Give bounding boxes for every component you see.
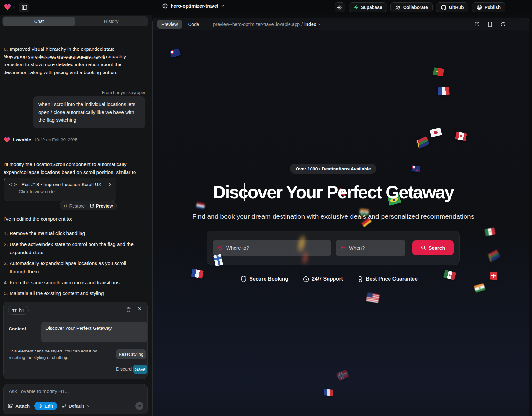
tab-history[interactable]: History xyxy=(75,17,147,26)
element-tag-badge[interactable]: TT h1 xyxy=(8,306,29,315)
feature-row: Secure Booking 24/7 Support Best Price G… xyxy=(241,276,418,282)
restore-label: Restore xyxy=(69,203,85,208)
map-pin-icon xyxy=(218,245,223,251)
project-switcher[interactable]: hero-optimizer-travel xyxy=(162,3,225,9)
list-item: 2.Use the activeIndex state to control b… xyxy=(0,240,144,257)
where-to-placeholder: Where to? xyxy=(226,245,249,251)
selected-title-outline[interactable]: Discover Your Perfect Getaway xyxy=(192,181,474,203)
preview-viewport: Over 1000+ Destinations Available Discov… xyxy=(153,30,529,416)
flag-fr-decoration xyxy=(438,87,450,96)
save-button[interactable]: Save xyxy=(133,365,147,374)
globe-icon xyxy=(477,5,482,10)
edit-version-card[interactable]: < > Edit #18 • Improve Location Scroll U… xyxy=(4,178,116,201)
chevron-down-icon xyxy=(221,4,225,8)
feature-support: 24/7 Support xyxy=(303,276,343,282)
editor-note: This element can't be styled. You can ed… xyxy=(9,348,111,361)
assistant-name: Lovable xyxy=(13,137,31,142)
when-input[interactable]: When? xyxy=(336,240,405,256)
refresh-icon[interactable] xyxy=(500,22,505,27)
user-message-bubble: when i scroll into the individual locati… xyxy=(33,96,145,128)
preview-panel: Preview Code preview--hero-optimizer-tra… xyxy=(152,18,529,416)
search-card: Where to? When? Search xyxy=(207,231,460,265)
heart-logo-icon xyxy=(4,4,11,10)
flag-jp-decoration xyxy=(430,128,442,138)
preview-version-label: Preview xyxy=(96,203,113,208)
close-editor-button[interactable]: × xyxy=(138,305,142,313)
list-item: 4.Keep the same smooth animations and tr… xyxy=(0,278,144,287)
target-icon xyxy=(38,404,42,408)
trash-icon xyxy=(126,307,131,312)
flag-au-decoration xyxy=(169,48,181,58)
element-editor-panel: TT h1 × Content Discover Your Perfect Ge… xyxy=(3,302,148,379)
preview-version-button[interactable]: Preview xyxy=(90,203,113,208)
message-menu-button[interactable]: ··· xyxy=(139,137,145,142)
shield-icon xyxy=(241,276,246,282)
feature-best-price: Best Price Guarantee xyxy=(358,276,418,282)
preview-toolbar: Preview Code preview--hero-optimizer-tra… xyxy=(153,18,529,30)
send-button[interactable] xyxy=(135,402,143,410)
restore-icon: ↺ xyxy=(64,203,67,208)
search-icon xyxy=(421,246,426,250)
flag-ca-decoration xyxy=(455,132,467,141)
arrow-up-icon xyxy=(138,404,142,408)
preview-url[interactable]: preview--hero-optimizer-travel.lovable.a… xyxy=(213,22,321,27)
chevron-down-icon xyxy=(318,23,321,26)
open-external-button[interactable] xyxy=(474,22,480,27)
clock-icon xyxy=(303,276,309,282)
content-field[interactable]: Discover Your Perfect Getaway xyxy=(41,322,147,342)
mobile-view-button[interactable] xyxy=(488,22,492,27)
edit-card-title: Edit #18 • Improve Location Scroll UX xyxy=(21,182,101,187)
list-item: 5.Maintain all the existing content and … xyxy=(0,289,144,298)
image-icon xyxy=(8,404,13,408)
delete-element-button[interactable] xyxy=(126,307,131,312)
flag-pt-decoration xyxy=(433,67,444,76)
sidebar-toggle-button[interactable] xyxy=(19,3,29,12)
url-host: preview--hero-optimizer-travel.lovable.a… xyxy=(213,22,300,27)
settings-button[interactable] xyxy=(335,2,345,12)
attach-label: Attach xyxy=(15,404,30,409)
search-button[interactable]: Search xyxy=(412,240,454,255)
collaborate-label: Collaborate xyxy=(403,5,428,10)
feature-label: 24/7 Support xyxy=(312,276,343,282)
flag-no-decoration xyxy=(336,370,349,381)
supabase-button[interactable]: Supabase xyxy=(349,2,387,12)
collaborate-button[interactable]: Collaborate xyxy=(390,2,433,12)
github-button[interactable]: GitHub xyxy=(436,2,469,12)
lovable-logo[interactable] xyxy=(4,4,16,10)
publish-button[interactable]: Publish xyxy=(472,2,505,12)
mode-selector[interactable]: Default xyxy=(62,404,90,409)
reset-styling-button[interactable]: Reset styling xyxy=(116,349,146,359)
flag-ch-decoration xyxy=(490,272,498,280)
where-to-input[interactable]: Where to? xyxy=(213,240,331,256)
code-icon: < > xyxy=(9,182,17,187)
assistant-paragraph: I've modified the component to: xyxy=(4,215,144,223)
flag-nz-decoration xyxy=(411,165,420,172)
steps-list: 1.Remove the manual click handling 2.Use… xyxy=(0,229,144,300)
flag-us-decoration xyxy=(366,292,380,303)
tab-preview[interactable]: Preview xyxy=(157,20,182,29)
award-icon xyxy=(358,276,363,282)
chat-input[interactable]: Ask Lovable to modify H1... xyxy=(9,389,140,394)
project-name: hero-optimizer-travel xyxy=(171,3,218,9)
attach-button[interactable]: Attach xyxy=(8,404,30,409)
restore-button[interactable]: ↺ Restore xyxy=(64,203,85,208)
gear-icon xyxy=(337,5,343,10)
content-field-label: Content xyxy=(9,326,26,331)
destinations-badge: Over 1000+ Destinations Available xyxy=(290,164,376,174)
edit-mode-button[interactable]: Edit xyxy=(34,402,57,410)
mode-label: Default xyxy=(69,404,84,409)
hero-title: Discover Your Perfect Getaway xyxy=(192,181,474,203)
sliders-icon xyxy=(62,404,66,408)
supabase-icon xyxy=(354,5,359,10)
flag-za-decoration xyxy=(415,136,430,149)
chevron-down-icon xyxy=(12,5,16,9)
chat-history-tabs: Chat History xyxy=(2,16,148,26)
tab-chat[interactable]: Chat xyxy=(3,17,75,26)
discard-button[interactable]: Discard xyxy=(116,367,132,372)
publish-label: Publish xyxy=(484,5,501,10)
supabase-label: Supabase xyxy=(361,5,382,10)
feature-label: Secure Booking xyxy=(249,276,288,282)
tab-code[interactable]: Code xyxy=(184,20,204,29)
list-item: 1.Remove the manual click handling xyxy=(0,229,144,238)
type-icon: TT xyxy=(12,307,17,313)
